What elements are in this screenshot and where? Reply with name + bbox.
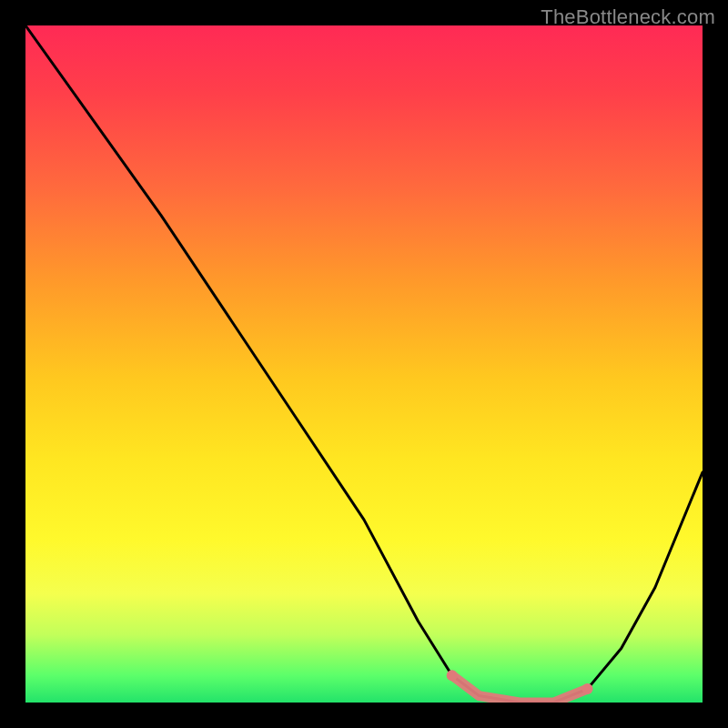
bottleneck-curve-line: [25, 25, 703, 703]
highlight-optimal-band: [452, 675, 588, 703]
bottleneck-chart: [25, 25, 703, 703]
highlight-endpoint: [582, 683, 593, 694]
chart-series-group: [25, 25, 703, 703]
watermark-text: TheBottleneck.com: [541, 5, 715, 29]
highlight-endpoint: [447, 670, 458, 681]
